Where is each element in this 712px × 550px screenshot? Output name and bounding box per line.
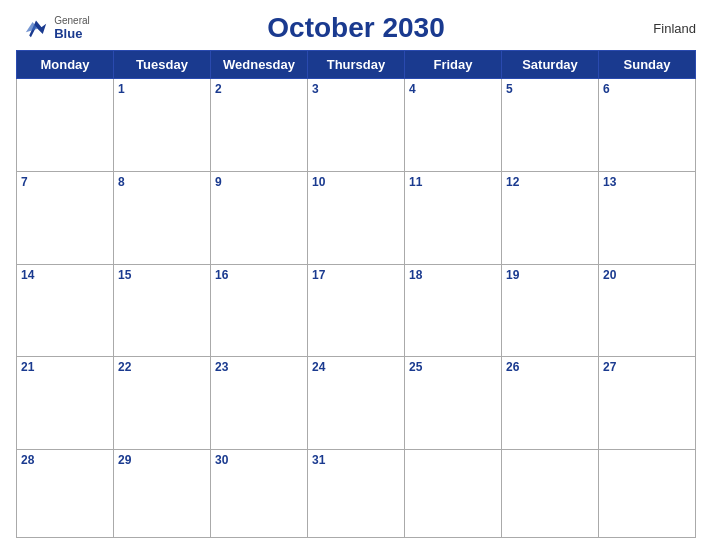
day-number: 8 bbox=[118, 175, 206, 189]
calendar-cell: 30 bbox=[211, 450, 308, 538]
calendar-cell: 4 bbox=[405, 79, 502, 172]
calendar-body: 1234567891011121314151617181920212223242… bbox=[17, 79, 696, 538]
day-number: 24 bbox=[312, 360, 400, 374]
calendar-cell: 6 bbox=[599, 79, 696, 172]
calendar-cell bbox=[599, 450, 696, 538]
calendar-cell: 17 bbox=[308, 264, 405, 357]
calendar-cell bbox=[405, 450, 502, 538]
calendar-cell: 1 bbox=[114, 79, 211, 172]
day-number: 7 bbox=[21, 175, 109, 189]
week-row-3: 14151617181920 bbox=[17, 264, 696, 357]
day-number: 14 bbox=[21, 268, 109, 282]
col-friday: Friday bbox=[405, 51, 502, 79]
logo-general: General bbox=[54, 15, 90, 26]
calendar-cell: 16 bbox=[211, 264, 308, 357]
col-saturday: Saturday bbox=[502, 51, 599, 79]
calendar-cell: 22 bbox=[114, 357, 211, 450]
calendar-cell: 13 bbox=[599, 171, 696, 264]
calendar-cell: 21 bbox=[17, 357, 114, 450]
col-sunday: Sunday bbox=[599, 51, 696, 79]
calendar-cell: 18 bbox=[405, 264, 502, 357]
day-number: 6 bbox=[603, 82, 691, 96]
calendar-cell: 12 bbox=[502, 171, 599, 264]
day-number: 9 bbox=[215, 175, 303, 189]
day-number: 26 bbox=[506, 360, 594, 374]
day-number: 15 bbox=[118, 268, 206, 282]
logo: General Blue bbox=[16, 15, 96, 41]
calendar-cell: 7 bbox=[17, 171, 114, 264]
weekday-header-row: Monday Tuesday Wednesday Thursday Friday… bbox=[17, 51, 696, 79]
day-number: 5 bbox=[506, 82, 594, 96]
calendar-cell: 20 bbox=[599, 264, 696, 357]
calendar-cell: 29 bbox=[114, 450, 211, 538]
calendar-page: General Blue October 2030 Finland Monday… bbox=[0, 0, 712, 550]
calendar-cell: 2 bbox=[211, 79, 308, 172]
calendar-cell: 24 bbox=[308, 357, 405, 450]
logo-bird-icon bbox=[22, 17, 50, 39]
week-row-5: 28293031 bbox=[17, 450, 696, 538]
day-number: 29 bbox=[118, 453, 206, 467]
day-number: 16 bbox=[215, 268, 303, 282]
day-number: 10 bbox=[312, 175, 400, 189]
day-number: 27 bbox=[603, 360, 691, 374]
day-number: 12 bbox=[506, 175, 594, 189]
header: General Blue October 2030 Finland bbox=[16, 12, 696, 44]
day-number: 4 bbox=[409, 82, 497, 96]
logo-blue: Blue bbox=[54, 26, 90, 41]
calendar-cell: 14 bbox=[17, 264, 114, 357]
day-number: 22 bbox=[118, 360, 206, 374]
col-tuesday: Tuesday bbox=[114, 51, 211, 79]
col-monday: Monday bbox=[17, 51, 114, 79]
day-number: 11 bbox=[409, 175, 497, 189]
col-wednesday: Wednesday bbox=[211, 51, 308, 79]
day-number: 21 bbox=[21, 360, 109, 374]
calendar-cell bbox=[17, 79, 114, 172]
calendar-cell: 26 bbox=[502, 357, 599, 450]
calendar-table: Monday Tuesday Wednesday Thursday Friday… bbox=[16, 50, 696, 538]
calendar-cell: 28 bbox=[17, 450, 114, 538]
day-number: 20 bbox=[603, 268, 691, 282]
calendar-cell: 3 bbox=[308, 79, 405, 172]
calendar-cell: 23 bbox=[211, 357, 308, 450]
week-row-4: 21222324252627 bbox=[17, 357, 696, 450]
col-thursday: Thursday bbox=[308, 51, 405, 79]
day-number: 25 bbox=[409, 360, 497, 374]
calendar-cell: 19 bbox=[502, 264, 599, 357]
calendar-cell: 9 bbox=[211, 171, 308, 264]
day-number: 30 bbox=[215, 453, 303, 467]
calendar-cell: 31 bbox=[308, 450, 405, 538]
calendar-cell: 10 bbox=[308, 171, 405, 264]
calendar-cell: 11 bbox=[405, 171, 502, 264]
calendar-cell: 27 bbox=[599, 357, 696, 450]
day-number: 31 bbox=[312, 453, 400, 467]
calendar-cell: 15 bbox=[114, 264, 211, 357]
calendar-title: October 2030 bbox=[96, 12, 616, 44]
day-number: 23 bbox=[215, 360, 303, 374]
day-number: 19 bbox=[506, 268, 594, 282]
week-row-2: 78910111213 bbox=[17, 171, 696, 264]
day-number: 2 bbox=[215, 82, 303, 96]
calendar-cell: 8 bbox=[114, 171, 211, 264]
day-number: 1 bbox=[118, 82, 206, 96]
calendar-cell bbox=[502, 450, 599, 538]
day-number: 13 bbox=[603, 175, 691, 189]
calendar-cell: 5 bbox=[502, 79, 599, 172]
day-number: 3 bbox=[312, 82, 400, 96]
day-number: 18 bbox=[409, 268, 497, 282]
day-number: 28 bbox=[21, 453, 109, 467]
calendar-cell: 25 bbox=[405, 357, 502, 450]
country-label: Finland bbox=[616, 21, 696, 36]
day-number: 17 bbox=[312, 268, 400, 282]
week-row-1: 123456 bbox=[17, 79, 696, 172]
